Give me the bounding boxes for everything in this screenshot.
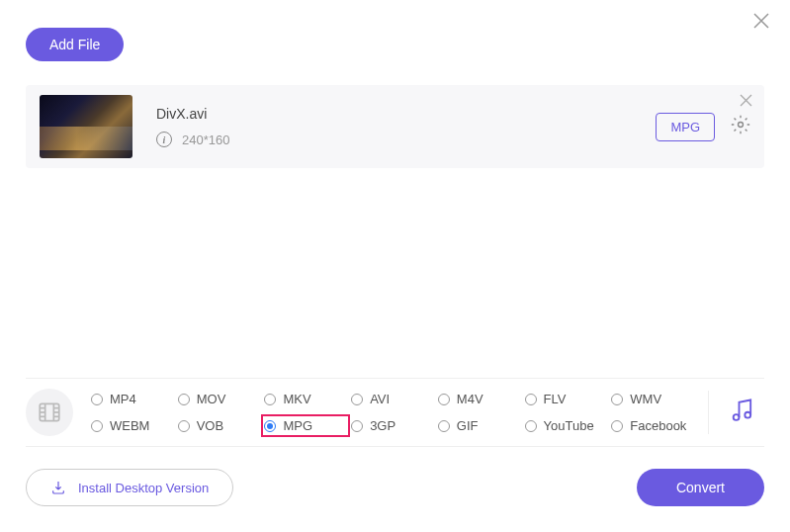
format-selection-bar: MP4MOVMKVAVIM4VFLVWMVWEBMVOBMPG3GPGIFYou…: [26, 378, 764, 447]
format-option-m4v[interactable]: M4V: [436, 389, 523, 409]
close-dialog-button[interactable]: [748, 8, 774, 39]
gear-icon: [731, 115, 750, 134]
music-icon: [729, 397, 756, 424]
separator: [708, 391, 709, 434]
file-resolution-label: 240*160: [182, 133, 229, 147]
file-name-label: DivX.avi: [156, 106, 656, 122]
format-option-vob[interactable]: VOB: [176, 415, 263, 436]
format-option-mkv[interactable]: MKV: [262, 389, 349, 409]
format-option-youtube[interactable]: YouTube: [523, 415, 610, 436]
install-desktop-button[interactable]: Install Desktop Version: [26, 469, 233, 506]
radio-icon: [525, 420, 537, 432]
radio-icon: [91, 394, 103, 405]
file-item: DivX.avi i 240*160 MPG: [26, 85, 764, 168]
selected-format-button[interactable]: MPG: [656, 113, 715, 141]
format-option-webm[interactable]: WEBM: [89, 415, 176, 436]
format-option-mpg[interactable]: MPG: [262, 415, 349, 436]
settings-button[interactable]: [731, 115, 750, 138]
radio-icon: [611, 420, 623, 432]
format-option-facebook[interactable]: Facebook: [609, 415, 696, 436]
convert-button[interactable]: Convert: [637, 469, 764, 506]
radio-icon: [351, 394, 363, 405]
radio-icon: [611, 394, 623, 405]
format-option-avi[interactable]: AVI: [349, 389, 436, 409]
format-label: MP4: [110, 392, 136, 406]
svg-point-0: [739, 123, 744, 128]
format-option-flv[interactable]: FLV: [523, 389, 610, 409]
radio-icon: [525, 394, 537, 405]
radio-icon: [178, 420, 190, 432]
format-label: MPG: [283, 418, 312, 433]
format-option-mp4[interactable]: MP4: [89, 389, 176, 409]
file-info: DivX.avi i 240*160: [156, 106, 656, 147]
format-label: FLV: [544, 392, 567, 406]
radio-icon: [438, 394, 450, 405]
download-icon: [50, 480, 66, 495]
file-thumbnail: [40, 95, 132, 158]
format-label: WMV: [630, 392, 661, 406]
film-icon: [37, 399, 62, 425]
format-label: YouTube: [544, 418, 594, 433]
radio-icon: [91, 420, 103, 432]
close-icon: [752, 12, 770, 30]
format-option-3gp[interactable]: 3GP: [349, 415, 436, 436]
format-option-gif[interactable]: GIF: [436, 415, 523, 436]
format-option-wmv[interactable]: WMV: [609, 389, 696, 409]
format-label: Facebook: [630, 418, 686, 433]
format-label: MKV: [283, 392, 310, 406]
svg-point-10: [734, 414, 740, 420]
radio-icon: [178, 394, 190, 405]
video-category-button[interactable]: [26, 389, 73, 436]
format-option-mov[interactable]: MOV: [176, 389, 263, 409]
add-file-button[interactable]: Add File: [26, 28, 124, 61]
radio-icon: [438, 420, 450, 432]
radio-icon: [264, 394, 276, 405]
audio-category-button[interactable]: [721, 397, 764, 428]
file-remove-button[interactable]: [740, 93, 752, 111]
format-label: MOV: [197, 392, 226, 406]
format-label: GIF: [457, 418, 479, 433]
format-label: 3GP: [370, 418, 395, 433]
info-icon[interactable]: i: [156, 132, 172, 147]
close-icon: [740, 94, 752, 107]
format-label: AVI: [370, 392, 390, 406]
format-label: WEBM: [110, 418, 149, 433]
svg-point-11: [745, 412, 750, 418]
format-label: VOB: [197, 418, 223, 433]
radio-icon: [351, 420, 363, 432]
install-desktop-label: Install Desktop Version: [78, 481, 209, 495]
radio-icon: [264, 420, 276, 432]
format-label: M4V: [457, 392, 483, 406]
